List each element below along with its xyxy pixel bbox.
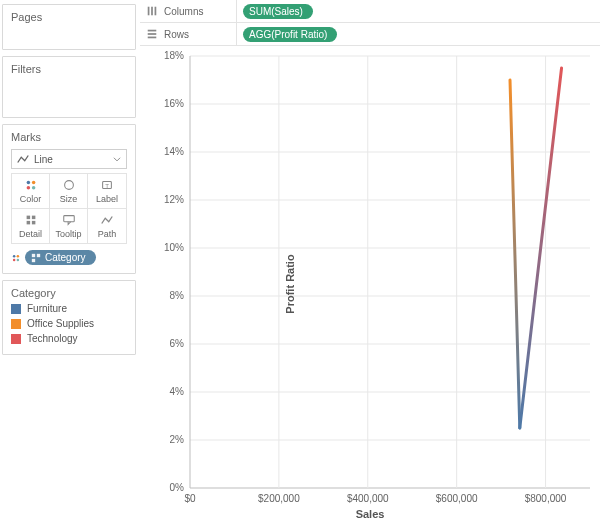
svg-line-55 xyxy=(510,80,520,428)
mark-tooltip-label: Tooltip xyxy=(55,229,81,239)
columns-field-label: SUM(Sales) xyxy=(249,6,303,17)
mark-tooltip-button[interactable]: Tooltip xyxy=(50,209,88,243)
filters-title: Filters xyxy=(11,63,127,75)
legend-swatch xyxy=(11,319,21,329)
svg-rect-20 xyxy=(151,7,153,16)
svg-rect-10 xyxy=(31,221,35,225)
mark-properties-grid: Color Size T Label Detail Tooltip xyxy=(11,173,127,244)
mark-detail-label: Detail xyxy=(19,229,42,239)
dimension-icon xyxy=(31,253,41,263)
svg-text:8%: 8% xyxy=(170,290,185,301)
svg-rect-19 xyxy=(148,7,150,16)
svg-text:$200,000: $200,000 xyxy=(258,493,300,504)
svg-text:$400,000: $400,000 xyxy=(347,493,389,504)
mark-label-label: Label xyxy=(96,194,118,204)
category-pill-label: Category xyxy=(45,252,86,263)
x-axis-title: Sales xyxy=(140,508,600,520)
svg-rect-8 xyxy=(31,216,35,220)
legend-item[interactable]: Furniture xyxy=(11,303,127,314)
svg-rect-7 xyxy=(26,216,30,220)
pages-title: Pages xyxy=(11,11,127,23)
mark-label-button[interactable]: T Label xyxy=(88,174,126,209)
svg-rect-17 xyxy=(37,253,40,256)
legend-label: Furniture xyxy=(27,303,67,314)
label-icon: T xyxy=(100,178,114,192)
svg-text:4%: 4% xyxy=(170,386,185,397)
mark-color-assignments: Category xyxy=(11,250,127,265)
tooltip-icon xyxy=(62,213,76,227)
svg-point-3 xyxy=(31,186,35,190)
mark-color-label: Color xyxy=(20,194,42,204)
marks-card: Marks Line Color Size T xyxy=(2,124,136,274)
svg-text:$800,000: $800,000 xyxy=(525,493,567,504)
rows-shelf[interactable]: Rows AGG(Profit Ratio) xyxy=(140,22,600,45)
svg-rect-21 xyxy=(155,7,157,16)
svg-rect-11 xyxy=(63,216,74,222)
app-root: Pages Filters Marks Line Color xyxy=(0,0,600,522)
svg-text:$0: $0 xyxy=(184,493,196,504)
category-pill[interactable]: Category xyxy=(25,250,96,265)
svg-text:14%: 14% xyxy=(164,146,184,157)
mark-path-button[interactable]: Path xyxy=(88,209,126,243)
chart-svg: 0%2%4%6%8%10%12%14%16%18%$0$200,000$400,… xyxy=(140,46,600,522)
legend-swatch xyxy=(11,304,21,314)
columns-shelf[interactable]: Columns SUM(Sales) xyxy=(140,0,600,22)
shelves: Columns SUM(Sales) Rows AGG(Profit Ratio… xyxy=(140,0,600,46)
mark-type-dropdown[interactable]: Line xyxy=(11,149,127,169)
columns-label: Columns xyxy=(164,6,203,17)
svg-point-14 xyxy=(13,258,16,261)
sidebar: Pages Filters Marks Line Color xyxy=(0,0,140,522)
line-icon xyxy=(16,152,30,166)
legend-label: Technology xyxy=(27,333,78,344)
svg-point-2 xyxy=(26,186,30,190)
svg-rect-16 xyxy=(32,253,35,256)
svg-text:T: T xyxy=(105,182,109,189)
mark-size-label: Size xyxy=(60,194,78,204)
chart-area[interactable]: 0%2%4%6%8%10%12%14%16%18%$0$200,000$400,… xyxy=(140,46,600,522)
svg-text:12%: 12% xyxy=(164,194,184,205)
svg-text:6%: 6% xyxy=(170,338,185,349)
rows-label: Rows xyxy=(164,29,189,40)
svg-text:10%: 10% xyxy=(164,242,184,253)
columns-field-pill[interactable]: SUM(Sales) xyxy=(243,4,313,19)
svg-point-0 xyxy=(26,181,30,185)
svg-rect-18 xyxy=(32,258,35,261)
color-legend-card: Category FurnitureOffice SuppliesTechnol… xyxy=(2,280,136,355)
rows-field-label: AGG(Profit Ratio) xyxy=(249,29,327,40)
mark-size-button[interactable]: Size xyxy=(50,174,88,209)
color-icon xyxy=(11,253,21,263)
rows-icon xyxy=(146,28,158,40)
mark-detail-button[interactable]: Detail xyxy=(12,209,50,243)
svg-point-1 xyxy=(31,181,35,185)
svg-text:18%: 18% xyxy=(164,50,184,61)
svg-rect-24 xyxy=(148,37,157,39)
legend-item[interactable]: Office Supplies xyxy=(11,318,127,329)
svg-text:0%: 0% xyxy=(170,482,185,493)
marks-title: Marks xyxy=(11,131,127,143)
pages-shelf[interactable]: Pages xyxy=(2,4,136,50)
svg-text:2%: 2% xyxy=(170,434,185,445)
legend-item[interactable]: Technology xyxy=(11,333,127,344)
legend-title: Category xyxy=(11,287,127,299)
svg-text:16%: 16% xyxy=(164,98,184,109)
main-panel: Columns SUM(Sales) Rows AGG(Profit Ratio… xyxy=(140,0,600,522)
size-icon xyxy=(62,178,76,192)
y-axis-title: Profit Ratio xyxy=(284,254,296,313)
svg-point-15 xyxy=(17,258,20,261)
columns-icon xyxy=(146,5,158,17)
svg-rect-23 xyxy=(148,33,157,35)
svg-rect-9 xyxy=(26,221,30,225)
legend-swatch xyxy=(11,334,21,344)
color-icon xyxy=(24,178,38,192)
mark-type-label: Line xyxy=(34,154,53,165)
detail-icon xyxy=(24,213,38,227)
filters-shelf[interactable]: Filters xyxy=(2,56,136,118)
svg-point-13 xyxy=(17,254,20,257)
rows-field-pill[interactable]: AGG(Profit Ratio) xyxy=(243,27,337,42)
svg-point-12 xyxy=(13,254,16,257)
mark-color-button[interactable]: Color xyxy=(12,174,50,209)
legend-label: Office Supplies xyxy=(27,318,94,329)
chevron-down-icon xyxy=(112,154,122,164)
svg-text:$600,000: $600,000 xyxy=(436,493,478,504)
mark-path-label: Path xyxy=(98,229,117,239)
